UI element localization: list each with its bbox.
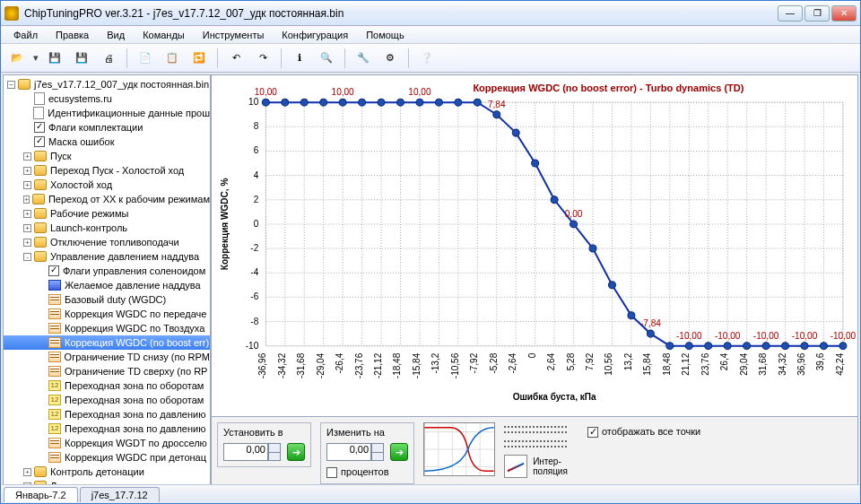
menu-item-1[interactable]: Правка <box>48 28 96 42</box>
change-apply-button[interactable]: ➔ <box>390 443 408 461</box>
svg-text:29,04: 29,04 <box>739 352 749 376</box>
tree-item-3[interactable]: Маска ошибок <box>4 135 210 149</box>
tree-label: ecusystems.ru <box>48 93 112 104</box>
svg-text:10,56: 10,56 <box>604 352 613 376</box>
help-button[interactable]: ❔ <box>416 48 438 69</box>
tree-item-15[interactable]: Коррекция WGDC по передаче <box>4 307 210 321</box>
save-as-button[interactable]: 💾 <box>71 48 92 69</box>
svg-text:-2,64: -2,64 <box>508 352 517 373</box>
svg-point-114 <box>820 343 827 350</box>
tree-label: Флаги управления соленоидом <box>63 265 205 276</box>
interpolation-icon <box>504 455 527 478</box>
tree-item-19[interactable]: Ограничение TD сверху (по RP <box>4 364 210 378</box>
tree-item-21[interactable]: 12Переходная зона по оборотам <box>4 393 210 407</box>
svg-text:Коррекция WGDC (no boost error: Коррекция WGDC (no boost error) - Turbo … <box>473 83 744 93</box>
tree-item-18[interactable]: Ограничение TD снизу (по RPM <box>4 350 210 364</box>
tree-item-13[interactable]: Желаемое давление наддува <box>4 278 210 292</box>
show-points-checkbox[interactable]: ✓ <box>587 427 598 438</box>
tree-item-12[interactable]: Флаги управления соленоидом <box>4 264 210 278</box>
svg-text:8: 8 <box>254 121 259 131</box>
svg-text:7,84: 7,84 <box>488 100 506 109</box>
tree-item-10[interactable]: +Отключение топливоподачи <box>4 235 210 249</box>
menu-item-2[interactable]: Вид <box>100 28 132 42</box>
menu-item-5[interactable]: Конфигурация <box>274 28 355 42</box>
set-value-input[interactable]: 0,00 <box>223 443 268 461</box>
check-icon <box>34 136 45 147</box>
tree-item-20[interactable]: 12Переходная зона по оборотам <box>4 378 210 393</box>
tree-item-17[interactable]: Коррекция WGDC (no boost err) <box>4 335 210 350</box>
tree-item-2[interactable]: Флаги комплектации <box>4 120 210 135</box>
save-button[interactable]: 💾 <box>44 48 65 69</box>
show-points-option[interactable]: ✓отображать все точки <box>587 422 700 438</box>
svg-text:-18,48: -18,48 <box>392 352 402 378</box>
menu-item-6[interactable]: Помощь <box>359 28 412 42</box>
svg-point-109 <box>724 343 731 350</box>
close-button[interactable]: ✕ <box>831 5 857 22</box>
svg-text:-34,32: -34,32 <box>277 352 287 378</box>
tree-item-4[interactable]: +Пуск <box>4 149 210 163</box>
tree-item-9[interactable]: +Launch-контроль <box>4 221 210 235</box>
info-button[interactable]: ℹ <box>289 48 310 69</box>
tree-item-1[interactable]: Идентификационные данные прош <box>4 106 210 120</box>
open-button[interactable]: 📂 <box>6 48 28 69</box>
svg-text:-10,00: -10,00 <box>831 331 857 341</box>
svg-point-101 <box>570 221 578 228</box>
tree-item-24[interactable]: Коррекция WGDT по дросселю <box>4 436 210 450</box>
tree-item-0[interactable]: ecusystems.ru <box>4 91 210 106</box>
set-apply-button[interactable]: ➔ <box>287 443 305 461</box>
svg-text:7,92: 7,92 <box>585 352 595 370</box>
tree-item-5[interactable]: +Переход Пуск - Холостой ход <box>4 163 210 178</box>
repeat-button[interactable]: 🔁 <box>188 48 210 69</box>
undo-button[interactable]: ↶ <box>225 48 247 69</box>
svg-point-103 <box>608 282 615 289</box>
redo-button[interactable]: ↷ <box>252 48 274 69</box>
svg-point-94 <box>435 99 442 106</box>
tree-item-6[interactable]: +Холостой ход <box>4 178 210 192</box>
svg-text:-31,68: -31,68 <box>296 352 306 378</box>
minimize-button[interactable]: — <box>778 5 803 22</box>
svg-text:-10: -10 <box>246 341 259 351</box>
paste-button[interactable]: 📋 <box>161 48 183 69</box>
folder-icon <box>34 251 47 262</box>
status-tab-0[interactable]: Январь-7.2 <box>4 487 78 502</box>
tree-label: Отключение топливоподачи <box>50 237 179 248</box>
chart-thumbnail[interactable] <box>423 422 495 476</box>
change-value-input[interactable]: 0,00 <box>326 443 371 461</box>
tree-item-22[interactable]: 12Переходная зона по давлению <box>4 407 210 421</box>
tree-item-16[interactable]: Коррекция WGDC по Твоздуха <box>4 321 210 335</box>
percent-checkbox[interactable] <box>326 467 337 478</box>
tree-pane[interactable]: −j7es_v17.7.12_007_удк постоянная.binecu… <box>3 74 211 485</box>
tool2-button[interactable]: ⚙ <box>379 48 401 69</box>
folder-icon <box>34 179 47 190</box>
change-spinner[interactable] <box>371 443 384 461</box>
folder-icon <box>34 237 47 248</box>
menu-item-3[interactable]: Команды <box>135 28 192 42</box>
tree-item-23[interactable]: 12Переходная зона по давлению <box>4 421 210 436</box>
svg-point-107 <box>685 343 692 350</box>
menu-item-4[interactable]: Инструменты <box>196 28 272 42</box>
svg-point-92 <box>396 99 404 106</box>
set-spinner[interactable] <box>268 443 281 461</box>
svg-point-99 <box>532 160 539 167</box>
chart-area[interactable]: -10-8-6-4-20246810-36,96-34,32-31,68-29,… <box>211 74 858 417</box>
tree-item-26[interactable]: +Контроль детонации <box>4 465 210 479</box>
print-button[interactable]: 🖨 <box>98 48 119 69</box>
interpolation-button[interactable]: Интер- поляция <box>504 455 568 478</box>
svg-text:-13,2: -13,2 <box>430 352 440 373</box>
svg-text:5,28: 5,28 <box>566 352 576 370</box>
menu-item-0[interactable]: Файл <box>6 28 45 42</box>
tool1-button[interactable]: 🔧 <box>352 48 374 69</box>
maximize-button[interactable]: ❐ <box>804 5 830 22</box>
tree-root[interactable]: −j7es_v17.7.12_007_удк постоянная.bin <box>4 77 210 91</box>
tree-item-14[interactable]: Базовый duty (WGDC) <box>4 292 210 307</box>
svg-text:2,64: 2,64 <box>546 352 556 370</box>
tree-item-8[interactable]: +Рабочие режимы <box>4 206 210 221</box>
search-button[interactable]: 🔍 <box>316 48 337 69</box>
status-tab-1[interactable]: j7es_17.7.12 <box>80 487 160 502</box>
tree-item-11[interactable]: -Управление давлением наддува <box>4 249 210 264</box>
tree-item-7[interactable]: +Переход от ХХ к рабочим режимам <box>4 192 210 206</box>
copy-button[interactable]: 📄 <box>135 48 156 69</box>
svg-text:10,00: 10,00 <box>332 87 355 97</box>
tree-item-25[interactable]: Коррекция WGDC при детонац <box>4 450 210 465</box>
map-icon <box>48 337 61 348</box>
